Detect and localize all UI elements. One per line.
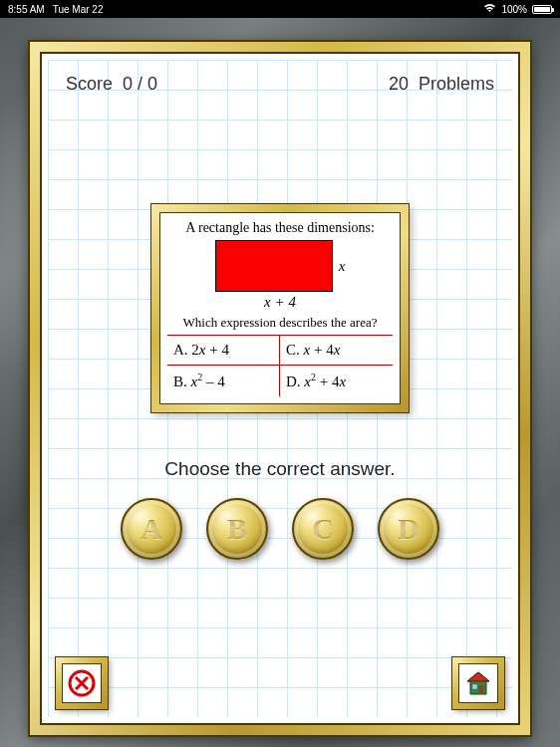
answer-button-row: A B C D [48, 498, 512, 560]
graph-paper-area: Score 0 / 0 20 Problems A rectangle has … [48, 60, 512, 717]
header-row: Score 0 / 0 20 Problems [48, 60, 512, 95]
answer-button-c[interactable]: C [292, 498, 354, 560]
problems-display: 20 Problems [389, 74, 494, 95]
choice-d: D. x2 + 4x [280, 366, 393, 396]
answer-button-a[interactable]: A [121, 498, 182, 560]
answer-button-b[interactable]: B [206, 498, 268, 560]
score-label: Score [66, 74, 113, 94]
answer-button-d[interactable]: D [378, 498, 439, 560]
home-icon [464, 669, 492, 697]
rectangle-diagram: x x + 4 [167, 240, 393, 311]
status-date: Tue Mar 22 [53, 4, 104, 15]
svg-rect-5 [479, 685, 484, 694]
close-icon [67, 668, 97, 698]
svg-rect-6 [472, 684, 477, 689]
choice-b: B. x2 – 4 [167, 366, 280, 396]
problem-text-1: A rectangle has these dimensions: [167, 220, 393, 236]
answer-grid: A. 2x + 4 C. x + 4x B. x2 – 4 D. x2 + 4x [167, 335, 393, 396]
score-value: 0 / 0 [123, 74, 157, 94]
main-frame: Score 0 / 0 20 Problems A rectangle has … [30, 42, 530, 735]
instruction-text: Choose the correct answer. [48, 458, 512, 480]
problem-card: A rectangle has these dimensions: x x + … [151, 204, 409, 412]
home-button[interactable] [452, 657, 504, 709]
problem-text-2: Which expression describes the area? [167, 315, 393, 331]
problems-count: 20 [389, 74, 409, 94]
choice-c: C. x + 4x [280, 336, 393, 366]
status-time: 8:55 AM [8, 4, 45, 15]
dimension-side: x [339, 258, 346, 275]
battery-percent: 100% [501, 4, 527, 15]
close-button[interactable] [56, 657, 108, 709]
problems-label: Problems [419, 74, 494, 94]
score-display: Score 0 / 0 [66, 74, 157, 95]
red-rectangle [215, 240, 333, 292]
choice-a: A. 2x + 4 [167, 336, 280, 366]
battery-icon [532, 5, 552, 14]
wifi-icon [483, 3, 496, 15]
dimension-bottom: x + 4 [264, 294, 296, 311]
status-bar: 8:55 AM Tue Mar 22 100% [0, 0, 560, 18]
svg-marker-4 [467, 672, 489, 681]
